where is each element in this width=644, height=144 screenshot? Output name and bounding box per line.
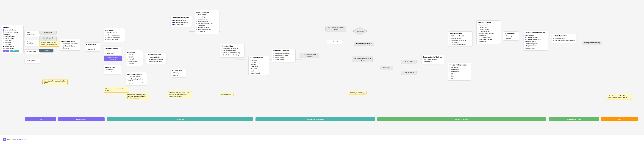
state-specifics-box: State specifics bbox=[24, 59, 40, 63]
note-3: Annuities may have a systematic withdraw… bbox=[126, 93, 149, 100]
note-6-text: Guaranty to owner/payee bbox=[350, 92, 365, 94]
ma-state: State bbox=[450, 75, 470, 77]
bi2-title: Bank information bbox=[478, 21, 499, 23]
connectors bbox=[0, 0, 644, 135]
another-policy-label: another policy bbox=[330, 41, 339, 43]
canvas: Examples covered in design not covered i… bbox=[0, 0, 644, 135]
vd-available: Available funds $value bbox=[148, 59, 165, 60]
transfer-location-box: Transfer location Add new banking info R… bbox=[448, 31, 472, 47]
bank-info-2-box: Bank information Name of bank Account ty… bbox=[476, 20, 501, 44]
banner-delivery: Delivery of payment bbox=[377, 117, 546, 121]
mfa-box: Multi-factor auth to withdraw bbox=[300, 53, 319, 58]
dm-mail: Mail a check bbox=[423, 61, 443, 63]
transaction-app-label: Transaction application bbox=[356, 43, 372, 44]
at-checking: Checking bbox=[172, 72, 185, 74]
wa-info: Withholding information bbox=[274, 52, 294, 54]
tl-owner: Account owner personal information bbox=[450, 39, 471, 43]
to-owner-label: To owner/insured bbox=[404, 72, 414, 73]
bi2-owner: Account owner personal information bbox=[478, 33, 499, 36]
banner-tx-app-label: Transaction application bbox=[307, 118, 324, 120]
whimsical-logo: W Made with Whimsical bbox=[3, 138, 26, 141]
freq-onetime: One time bbox=[127, 54, 142, 56]
tc-llc: LLC bbox=[250, 70, 268, 72]
withdrawal-loan: Loan bbox=[105, 50, 120, 52]
policy-page-box: Policy page bbox=[39, 31, 56, 35]
banner-loan-label: Loan bbox=[39, 118, 42, 120]
another-policy-box: another policy bbox=[327, 40, 343, 44]
post-note-text: What about discontribs relating to loans… bbox=[608, 95, 628, 99]
rtd-tx-details: Transaction details bbox=[525, 37, 546, 38]
mailing-address-box: Specify mailing address Prepopulate Addr… bbox=[448, 63, 471, 81]
tl-saved: Use saved banking info bbox=[450, 43, 471, 45]
legend-label-free: Free-form input bbox=[4, 37, 14, 39]
legend-label-child: Child flow bbox=[4, 41, 11, 43]
banner-delivery-label: Delivery of payment bbox=[455, 118, 469, 120]
banner-loan: Loan bbox=[25, 117, 56, 121]
transaction-app-box: Transaction application bbox=[354, 42, 374, 46]
policy-page-label: Policy page bbox=[44, 32, 52, 33]
tax-class-title: Tax classification bbox=[250, 57, 268, 59]
rp-amount: Repayment amount bbox=[172, 19, 190, 21]
bi1-number: Account number bbox=[196, 18, 218, 20]
div-total: Policy total $value bbox=[127, 76, 146, 78]
loan-detail-1: Available max loan bbox=[105, 32, 124, 34]
legend-item-not-covered: not covered in design bbox=[3, 31, 22, 33]
ack-title: Acknowledgement bbox=[553, 35, 575, 37]
tl-routing: Routing number bbox=[450, 37, 471, 39]
loan-detail-3: Repayment parameters bbox=[105, 36, 124, 38]
banner-post: Post bbox=[600, 117, 638, 121]
account-type-title: Account type bbox=[172, 69, 185, 71]
legend-label-read: Read Only bbox=[5, 39, 12, 41]
request-surrender: Surrender bbox=[105, 71, 120, 73]
legend-label-numerical: Numerical input bbox=[4, 45, 14, 47]
note-2-text: Where does advanced allocation happen? bbox=[105, 88, 124, 91]
rtd-withholding: Withholding details bbox=[525, 43, 546, 45]
select-policy-diamond: Select policy bbox=[352, 27, 368, 35]
note-4: There are instances where a user wouldn'… bbox=[168, 91, 192, 98]
banner-acknowledge-label: Acknowledge + Sign bbox=[567, 118, 581, 120]
bi1-joint-info: Joint owner personal information bbox=[196, 29, 218, 32]
pending-withdrawal-label: Pending withdrawal tooltip bbox=[584, 42, 600, 43]
bi2-type: Account type bbox=[478, 26, 499, 28]
rp-freq: Repayment Frequency bbox=[172, 22, 190, 23]
set-withholding-box: Set withholding Withholding information … bbox=[220, 44, 244, 57]
policy-specific-item: Policy-specific bbox=[26, 51, 39, 52]
nancy-text: Nancy to check and get back to Anders on… bbox=[41, 42, 58, 45]
at2-title: Account type bbox=[504, 32, 518, 34]
account-type-2-box: Account type Checking Savings bbox=[503, 31, 519, 40]
initiation-label: Initiation bbox=[44, 50, 49, 51]
repayment-params-box: Repayment parameters Repayment amount Re… bbox=[170, 16, 192, 27]
dm-eft: EFT / Bank Transfer bbox=[423, 59, 443, 61]
withholding-amount-box: Withholding amount Withholding informati… bbox=[272, 49, 296, 62]
to-third-party-label: To third party bbox=[405, 61, 413, 62]
rtd-delivery: Delivery details bbox=[525, 41, 546, 43]
pay-premium-box: Pay premium for another policy bbox=[326, 26, 346, 32]
freq-monthly: Monthly bbox=[127, 56, 142, 58]
desired-outcome-2: Dividend withdrawal bbox=[61, 45, 79, 47]
value-dist-title: Value distribution bbox=[148, 54, 165, 56]
sw-state: Enable State withholding bbox=[222, 54, 243, 56]
ma-addr1: Address Line 1 bbox=[450, 69, 470, 71]
legend-read-only: ◻ Read Only bbox=[3, 39, 22, 41]
desired-outcome-1: Extract cash from policy bbox=[61, 43, 79, 45]
wa-estimate: Withholding Estimate bbox=[274, 55, 294, 57]
bank-info-1-title: Bank information bbox=[196, 11, 218, 13]
rtd-fee: Fee structure bbox=[525, 47, 546, 49]
ack-sign: Sign documents (initials eligible) bbox=[553, 40, 575, 42]
legend-label-not-covered: not covered in design bbox=[5, 31, 18, 33]
review-tx-title: Review Transaction details bbox=[525, 32, 546, 34]
div-surplus: Dividend / Surplus total $value bbox=[127, 78, 146, 82]
request-type-box: Request type Withdrawal Surrender bbox=[104, 65, 121, 74]
svg-text:Select policy: Select policy bbox=[356, 31, 364, 32]
tc-scorp: S Corp bbox=[250, 64, 268, 66]
extract-cash-box: Extract cash Loan Withdrawal bbox=[85, 42, 100, 51]
svg-text:W: W bbox=[4, 139, 6, 141]
select-withdrawal-box: Select withdrawal Loan Withdrawal bbox=[104, 46, 121, 55]
policy-specific-box: Policy-specific bbox=[24, 49, 40, 54]
legend-badge-legend: Legend bbox=[3, 50, 9, 52]
made-with-label: Made with bbox=[7, 139, 16, 141]
bi2-joint: Joint owner option bbox=[478, 37, 499, 39]
at2-savings: Savings bbox=[504, 37, 518, 39]
sw-tax: Set Tax classification bbox=[222, 50, 243, 52]
banner-post-label: Post bbox=[618, 118, 621, 120]
